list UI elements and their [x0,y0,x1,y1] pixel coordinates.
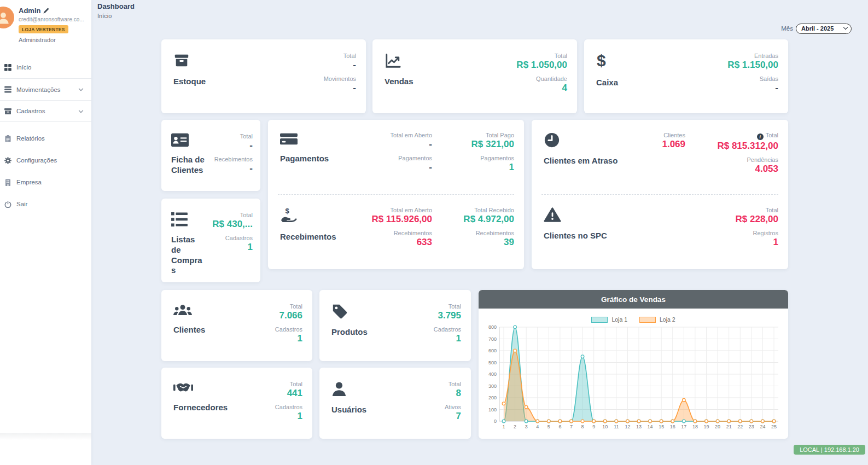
section-recebimentos: $ Recebimentos Total em Aberto R$ 115.92… [268,195,524,269]
stat-label: Total [290,381,302,387]
sales-line-chart: 0100200300400500600700800123456789101112… [483,324,783,432]
stat-label: Total [290,303,302,310]
month-select[interactable]: Abril - 2025 [796,24,852,34]
chart-title: Gráfico de Vendas [601,295,666,304]
svg-text:2: 2 [514,424,516,429]
list-icon [171,212,203,227]
user-email: credit@anronsoftware.co... [19,16,84,22]
edit-pencil-icon[interactable] [43,8,49,14]
stat-value: R$ 228,00 [736,214,778,225]
stat-value: 4 [562,83,567,94]
legend-item[interactable]: Loja 1 [591,316,627,323]
person-silhouette-icon [0,10,10,25]
card-ficha-clientes: Ficha de Clientes Total - Recebimentos - [161,120,260,191]
user-name: Admin [19,7,40,15]
svg-text:11: 11 [614,424,619,429]
sidebar-item-empresa[interactable]: Empresa [0,171,91,193]
stat-label: Clientes [663,132,685,138]
card-caixa: $ Caixa Entradas R$ 1.150,00 Saídas - [584,39,788,113]
avatar [0,7,14,28]
svg-text:600: 600 [488,348,497,353]
svg-text:0: 0 [494,419,497,424]
chart-header: Gráfico de Vendas [479,290,788,309]
svg-text:21: 21 [726,424,732,429]
stat-label: Total [240,133,253,140]
sidebar-item-inicio[interactable]: Início [0,56,91,78]
card-usuarios: Usuários Total 8 Ativos 7 [319,368,471,439]
svg-text:17: 17 [681,424,686,429]
breadcrumb: Dashboard Início [97,2,135,19]
legend-swatch [591,317,608,323]
svg-text:22: 22 [737,424,743,429]
sidebar-item-label: Cadastros [16,108,79,114]
chevron-down-icon [79,86,83,91]
section-clientes-atraso: Clientes em Atraso Clientes 1.069 iTotal… [532,120,788,194]
user-role: Administrador [19,37,84,43]
svg-text:4: 4 [536,424,539,429]
stat-label: Cadastros [225,235,253,241]
stat-label: Total Pago [486,132,514,138]
power-icon [1,201,14,208]
handshake-icon [173,381,275,395]
svg-text:19: 19 [703,424,709,429]
svg-text:400: 400 [488,371,497,377]
stack-icon [1,86,14,93]
hand-holding-dollar-icon: $ [280,207,347,224]
svg-text:7: 7 [570,424,573,429]
dollar-icon: $ [596,53,727,70]
legend-label: Loja 1 [611,316,627,323]
sidebar-item-movimentacoes[interactable]: Movimentações [0,78,91,100]
grid-icon [1,64,14,71]
credit-card-icon [280,132,347,146]
stat-label: Recebimentos [394,230,432,236]
stat-value: 1.069 [662,139,685,150]
stat-label: Entradas [754,53,778,59]
card-title: Clientes no SPC [544,231,628,241]
stat-value: 633 [417,237,432,248]
svg-text:9: 9 [592,424,595,429]
svg-text:300: 300 [488,383,497,389]
stat-value: R$ 4.972,00 [463,214,514,225]
stat-label: Total [555,53,567,59]
month-filter: Mês Abril - 2025 [781,23,852,34]
card-title: Caixa [596,78,727,88]
stat-label: Registros [753,230,778,236]
stat-label: Recebimentos [214,156,253,162]
stat-label: Total em Aberto [391,207,432,213]
stat-value: 1 [298,411,302,422]
stat-value: 4.053 [755,164,778,175]
warning-triangle-icon [544,207,628,223]
svg-text:24: 24 [760,424,765,429]
sidebar-item-cadastros[interactable]: Cadastros [0,100,91,122]
stat-label: Saídas [760,75,778,82]
svg-text:100: 100 [488,407,497,412]
stat-label: iTotal [757,132,778,140]
chevron-down-icon [79,108,83,112]
svg-text:18: 18 [692,424,698,429]
svg-text:5: 5 [547,424,550,429]
sidebar-item-configuracoes[interactable]: Configurações [0,149,91,171]
chart-legend: Loja 1Loja 2 [479,316,788,323]
sidebar-item-label: Empresa [16,179,85,185]
sidebar-item-label: Sair [16,201,85,207]
stat-label: Cadastros [434,326,461,333]
legend-item[interactable]: Loja 2 [639,316,675,323]
card-title: Ficha de Clientes [171,155,207,176]
card-title: Fornecedores [173,403,275,413]
svg-text:25: 25 [771,424,777,429]
stat-value: - [249,140,253,151]
tag-icon [331,303,434,319]
user-profile: Admin credit@anronsoftware.co... LOJA VE… [0,0,91,49]
info-icon[interactable]: i [757,133,764,140]
sidebar-item-label: Relatórios [16,135,85,142]
stat-value: 1 [298,333,302,344]
clock-icon [544,132,628,148]
stat-value: 441 [287,388,302,399]
sidebar-item-relatorios[interactable]: Relatórios [0,127,91,149]
card-title: Clientes [173,325,275,335]
stat-value: 1 [248,242,253,253]
svg-text:$: $ [597,53,606,69]
environment-badge: LOCAL | 192.168.1.20 [794,445,865,455]
sidebar-item-sair[interactable]: Sair [0,193,91,215]
stat-label: Ativos [445,404,461,410]
